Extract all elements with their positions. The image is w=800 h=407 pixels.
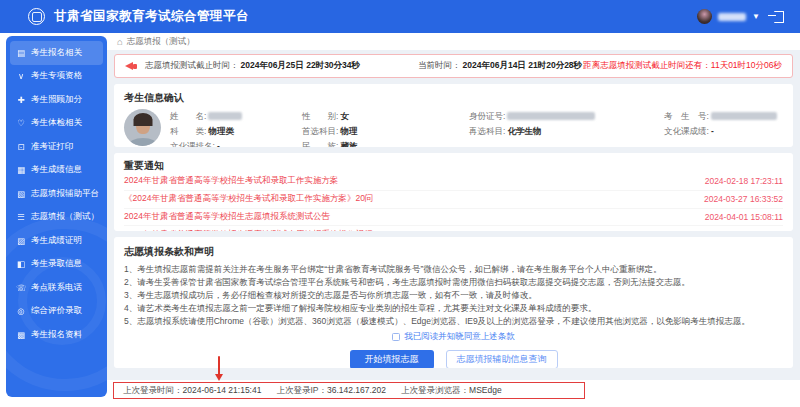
field-culture-score: 文化课成绩:- [664, 126, 783, 138]
sidebar-item-label: 综合评价录取 [31, 305, 82, 317]
sidebar-item-registration-materials[interactable]: ▩考生报名资料 [10, 323, 103, 347]
terms-title: 志愿填报条款和声明 [124, 245, 783, 259]
list-icon: ☰ [16, 212, 26, 222]
breadcrumb-label[interactable]: 志愿填报（测试） [127, 36, 195, 48]
check-icon: ∨ [16, 71, 26, 81]
notice-row: 2024年甘肃省普通高等学校招生考试和录取工作实施方案2024-02-18 17… [124, 173, 783, 190]
start-application-button[interactable]: 开始填报志愿 [350, 350, 434, 368]
current-time-label: 当前时间： [418, 60, 461, 72]
deadline-bar: 志愿填报测试截止时间： 2024年06月25日 22时30分34秒 当前时间： … [114, 54, 793, 78]
sidebar-item-application-test[interactable]: ☰志愿填报（测试） [10, 206, 103, 230]
sidebar-item-admission-info[interactable]: ◧考生录取信息 [10, 253, 103, 277]
candidate-fields-grid: 姓 名: 性 别:女 身份证号: 考 生 号: 科 类:物理类 首选科目:物理 … [170, 109, 783, 147]
sidebar-item-label: 考生报名资料 [31, 329, 82, 341]
sidebar-item-score-info[interactable]: ▦考生成绩信息 [10, 159, 103, 183]
notice-date: 2024-04-01 15:08:11 [705, 212, 783, 222]
sidebar-item-label: 考生录取信息 [31, 258, 82, 270]
terms-card: 志愿填报条款和声明 1、考生填报志愿前需提前关注并在考生服务平台绑定“甘肃省教育… [114, 237, 793, 368]
terms-line: 3、考生志愿填报成功后，务必仔细检查核对所提交的志愿是否与你所填志愿一致，如有不… [124, 289, 783, 302]
countdown-text: 距离志愿填报测试截止时间还有：11天01时10分06秒 [583, 60, 782, 72]
candidate-info-title: 考生信息确认 [124, 91, 783, 105]
app-header: 甘肃省国家教育考试综合管理平台 ▼ [0, 0, 800, 33]
main-area: ⌂ 志愿填报（测试） 志愿填报测试截止时间： 2024年06月25日 22时30… [107, 33, 800, 407]
logout-icon[interactable] [774, 11, 784, 23]
photo-hair [133, 113, 152, 126]
deadline-label: 志愿填报测试截止时间： [145, 60, 239, 72]
sidebar-item-label: 志愿填报（测试） [31, 211, 99, 223]
sidebar-item-comprehensive-evaluation[interactable]: ◎综合评价录取 [10, 300, 103, 324]
notice-date: 2024-04-01 15:31:23 [704, 230, 783, 231]
grid-icon: ▧ [16, 189, 26, 199]
sidebar-item-site-phone[interactable]: ☏考点联系电话 [10, 276, 103, 300]
candidate-photo [124, 109, 161, 146]
annotation-arrow-icon [215, 356, 224, 382]
last-login-ip: 上次登录IP：36.142.167.202 [276, 385, 386, 397]
agree-label[interactable]: 我已阅读并知晓同意上述条款 [404, 331, 515, 343]
aux-info-query-button[interactable]: 志愿填报辅助信息查询 [446, 350, 558, 368]
content-body: 志愿填报测试截止时间： 2024年06月25日 22时30分34秒 当前时间： … [107, 50, 800, 380]
sidebar-item-label: 志愿填报辅助平台 [31, 188, 99, 200]
chevron-down-icon[interactable]: ▼ [752, 13, 760, 21]
field-exam-number: 考 生 号: [664, 111, 783, 123]
terms-line: 5、志愿填报系统请使用Chrome（谷歌）浏览器、360浏览器（极速模式）、Ed… [124, 315, 783, 328]
sidebar-item-label: 考生成绩证明 [31, 235, 82, 247]
last-login-bar: 上次登录时间：2024-06-14 21:15:41 上次登录IP：36.142… [113, 382, 585, 399]
sidebar-item-label: 考生报名相关 [31, 47, 82, 59]
sidebar-item-bonus-points[interactable]: ✚考生照顾加分 [10, 88, 103, 112]
report-icon: ▦ [16, 165, 26, 175]
plus-icon: ✚ [16, 95, 26, 105]
field-category: 科 类:物理类 [170, 126, 302, 138]
candidate-info-row: 姓 名: 性 别:女 身份证号: 考 生 号: 科 类:物理类 首选科目:物理 … [124, 109, 783, 147]
folder-icon: ◧ [16, 259, 26, 269]
header-user-area: ▼ [697, 9, 784, 24]
files-icon: ▩ [16, 330, 26, 340]
field-id-number: 身份证号: [469, 111, 664, 123]
header-brand: 甘肃省国家教育考试综合管理平台 [28, 8, 249, 25]
sidebar-item-label: 准考证打印 [31, 141, 74, 153]
sidebar-item-label: 考点联系电话 [31, 282, 82, 294]
sidebar-item-label: 考生成绩信息 [31, 164, 82, 176]
notice-row: 2024年甘肃省普通高等学校招生适应性测试志愿填报系统操作视频2024-04-0… [124, 225, 783, 231]
last-login-time: 上次登录时间：2024-06-14 21:15:41 [123, 385, 261, 397]
sidebar-item-registration[interactable]: ▤考生报名相关 [10, 41, 103, 65]
field-gender: 性 别:女 [302, 111, 469, 123]
field-name: 姓 名: [170, 111, 302, 123]
sidebar-item-label: 考生体检相关 [31, 117, 82, 129]
notices-title: 重要通知 [124, 159, 783, 173]
sidebar-item-special-qualification[interactable]: ∨考生专项资格 [10, 65, 103, 89]
printer-icon: ⊡ [16, 142, 26, 152]
notice-link[interactable]: 2024年甘肃省普通高等学校招生考试和录取工作实施方案 [124, 175, 338, 187]
user-name-masked[interactable] [718, 13, 746, 21]
notice-link[interactable]: 2024年甘肃省普通高等学校招生志愿填报系统测试公告 [124, 211, 330, 223]
field-ethnicity: 民 族:藏族 [302, 141, 469, 148]
doc-icon: ▤ [16, 48, 26, 58]
notices-card: 重要通知 2024年甘肃省普通高等学校招生考试和录取工作实施方案2024-02-… [114, 153, 793, 231]
platform-logo-icon [28, 8, 45, 25]
notice-row: 2024年甘肃省普通高等学校招生志愿填报系统测试公告2024-04-01 15:… [124, 208, 783, 226]
sidebar-item-label: 考生照顾加分 [31, 94, 82, 106]
sidebar-item-physical-exam[interactable]: ♡考生体检相关 [10, 112, 103, 136]
notice-link[interactable]: 2024年甘肃省普通高等学校招生适应性测试志愿填报系统操作视频 [124, 229, 372, 231]
candidate-info-card: 考生信息确认 姓 名: 性 别:女 身份证号: 考 生 号: 科 类:物理类 首… [114, 84, 793, 147]
sidebar-item-admission-ticket-print[interactable]: ⊡准考证打印 [10, 135, 103, 159]
sidebar-item-score-certificate[interactable]: ▨考生成绩证明 [10, 229, 103, 253]
agree-checkbox[interactable] [392, 333, 400, 341]
field-culture-rank: 文化课排名:- [170, 141, 302, 148]
current-time-value: 2024年06月14日 21时20分28秒 [463, 60, 583, 72]
shield-icon: ♡ [16, 118, 26, 128]
field-second-subject: 再选科目:化学生物 [469, 126, 664, 138]
terms-line: 2、请考生妥善保管甘肃省国家教育考试综合管理平台系统账号和密码，考生志愿填报时需… [124, 276, 783, 289]
sidebar: ▤考生报名相关 ∨考生专项资格 ✚考生照顾加分 ♡考生体检相关 ⊡准考证打印 ▦… [6, 36, 107, 397]
last-login-browser: 上次登录浏览器：MSEdge [401, 385, 502, 397]
deadline-value: 2024年06月25日 22时30分34秒 [241, 60, 361, 72]
terms-line: 1、考生填报志愿前需提前关注并在考生服务平台绑定“甘肃省教育考试院服务号”微信公… [124, 263, 783, 276]
certificate-icon: ▨ [16, 236, 26, 246]
user-avatar[interactable] [697, 9, 712, 24]
id-masked-value [507, 112, 595, 120]
notice-link[interactable]: 《2024年甘肃省普通高等学校招生考试和录取工作实施方案》20问 [124, 193, 373, 205]
app-title: 甘肃省国家教育考试综合管理平台 [54, 8, 249, 25]
sidebar-item-label: 考生专项资格 [31, 70, 82, 82]
notice-date: 2024-03-27 16:33:52 [704, 194, 783, 204]
home-icon: ⌂ [117, 36, 123, 47]
sidebar-item-application-assist-platform[interactable]: ▧志愿填报辅助平台 [10, 182, 103, 206]
